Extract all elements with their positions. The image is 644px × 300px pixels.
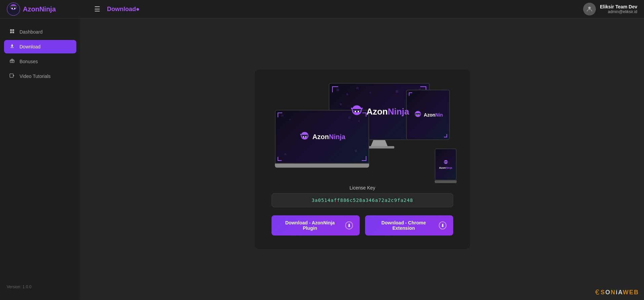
sidebar-item-download[interactable]: Download — [4, 40, 76, 53]
svg-point-40 — [305, 136, 307, 137]
tablet: AzonNin — [406, 90, 450, 148]
download-plugin-icon: ⬇ — [345, 221, 353, 229]
svg-rect-51 — [444, 162, 447, 162]
svg-rect-46 — [415, 113, 421, 114]
svg-rect-48 — [444, 162, 447, 163]
svg-marker-14 — [13, 75, 14, 76]
ninja-icon-laptop — [299, 131, 311, 143]
svg-rect-31 — [281, 115, 283, 117]
svg-rect-35 — [284, 153, 286, 155]
header-center: ☰ Download● — [87, 5, 583, 13]
svg-point-39 — [303, 136, 304, 137]
svg-point-4 — [14, 8, 15, 9]
svg-rect-19 — [396, 90, 398, 93]
header: AzonNinja ☰ Download● Eliksir Team Dev a… — [0, 0, 644, 18]
svg-rect-34 — [358, 120, 360, 122]
logo-icon — [7, 2, 20, 16]
svg-rect-41 — [301, 135, 308, 136]
bonuses-icon — [9, 58, 15, 65]
svg-rect-6 — [9, 6, 17, 7]
header-right: Eliksir Team Dev admin@eliksir.id — [583, 3, 637, 15]
svg-point-29 — [358, 111, 359, 112]
device-mockup: AzonNinja — [275, 83, 450, 177]
screen-logo-large: AzonNinja — [349, 104, 409, 119]
svg-rect-32 — [289, 119, 291, 120]
license-key-box: 3a0514aff886c528a346a72a2c9fa248 — [272, 193, 453, 207]
ninja-icon-large — [349, 104, 364, 119]
sidebar-item-label: Download — [20, 44, 40, 49]
svg-rect-30 — [353, 109, 361, 111]
svg-point-45 — [418, 114, 419, 115]
svg-rect-22 — [340, 103, 342, 105]
user-info: Eliksir Team Dev admin@eliksir.id — [600, 4, 637, 14]
download-card: AzonNinja — [255, 70, 470, 249]
download-chrome-icon: ⬇ — [439, 221, 446, 229]
svg-point-49 — [445, 162, 445, 163]
screen-logo-laptop: AzonNinja — [299, 131, 346, 143]
svg-point-44 — [416, 114, 417, 115]
tablet-screen: AzonNin — [406, 90, 450, 140]
sidebar-item-label: Dashboard — [20, 29, 43, 35]
svg-rect-8 — [10, 29, 12, 31]
video-icon — [9, 73, 15, 80]
phone: AzonNinja — [435, 148, 457, 185]
avatar — [583, 3, 596, 15]
svg-point-7 — [588, 7, 591, 9]
laptop: AzonNinja — [275, 110, 369, 177]
download-icon — [9, 43, 15, 50]
dashboard-icon — [9, 29, 15, 35]
logo: AzonNinja — [7, 2, 56, 16]
monitor-stand — [371, 140, 388, 146]
watermark-logo-icon: € — [595, 288, 599, 297]
svg-rect-18 — [369, 92, 371, 93]
user-email: admin@eliksir.id — [600, 9, 637, 14]
download-plugin-label: Download - AzonNinja Plugin — [278, 220, 342, 231]
svg-rect-27 — [353, 111, 361, 112]
header-left: AzonNinja — [7, 2, 87, 16]
sidebar: Dashboard Download Bonuses Video Tutoria… — [0, 18, 81, 300]
logo-text: AzonNinja — [23, 5, 56, 13]
hamburger-icon[interactable]: ☰ — [94, 5, 100, 13]
user-name: Eliksir Team Dev — [600, 4, 637, 9]
sidebar-item-video-tutorials[interactable]: Video Tutorials — [4, 70, 76, 83]
license-section: License Key 3a0514aff886c528a346a72a2c9f… — [272, 185, 453, 207]
svg-rect-15 — [336, 89, 339, 91]
watermark-text: SONiAWEB — [601, 289, 639, 296]
screen-logo-tablet: AzonNin — [413, 110, 443, 120]
svg-point-28 — [355, 111, 356, 112]
svg-point-50 — [446, 162, 446, 163]
download-chrome-button[interactable]: Download - Chrome Extension ⬇ — [365, 215, 453, 235]
svg-rect-16 — [346, 93, 348, 95]
svg-rect-13 — [10, 74, 13, 78]
sidebar-nav: Dashboard Download Bonuses Video Tutoria… — [0, 25, 80, 281]
download-plugin-button[interactable]: Download - AzonNinja Plugin ⬇ — [272, 215, 360, 235]
header-title: Download● — [107, 6, 140, 13]
ninja-icon-tablet — [413, 110, 423, 120]
sidebar-item-label: Video Tutorials — [20, 74, 50, 79]
svg-point-3 — [11, 8, 13, 9]
watermark: € SONiAWEB — [595, 288, 639, 297]
svg-rect-17 — [356, 87, 359, 89]
laptop-base — [275, 164, 369, 168]
sidebar-item-bonuses[interactable]: Bonuses — [4, 55, 76, 68]
sidebar-item-label: Bonuses — [20, 59, 38, 64]
license-label: License Key — [272, 185, 453, 190]
sidebar-item-dashboard[interactable]: Dashboard — [4, 25, 76, 39]
ninja-icon-phone — [443, 160, 449, 166]
svg-rect-43 — [416, 114, 420, 115]
download-buttons: Download - AzonNinja Plugin ⬇ Download -… — [272, 215, 453, 235]
svg-rect-11 — [12, 32, 14, 33]
svg-rect-10 — [10, 32, 12, 33]
download-chrome-label: Download - Chrome Extension — [372, 220, 435, 231]
svg-rect-36 — [355, 150, 357, 152]
app-body: Dashboard Download Bonuses Video Tutoria… — [0, 18, 644, 300]
svg-rect-38 — [302, 136, 308, 137]
version-label: Version: 1.0.0 — [0, 281, 80, 293]
main-content: AzonNinja — [81, 18, 644, 300]
svg-rect-9 — [12, 29, 14, 31]
phone-screen: AzonNinja — [435, 148, 457, 180]
